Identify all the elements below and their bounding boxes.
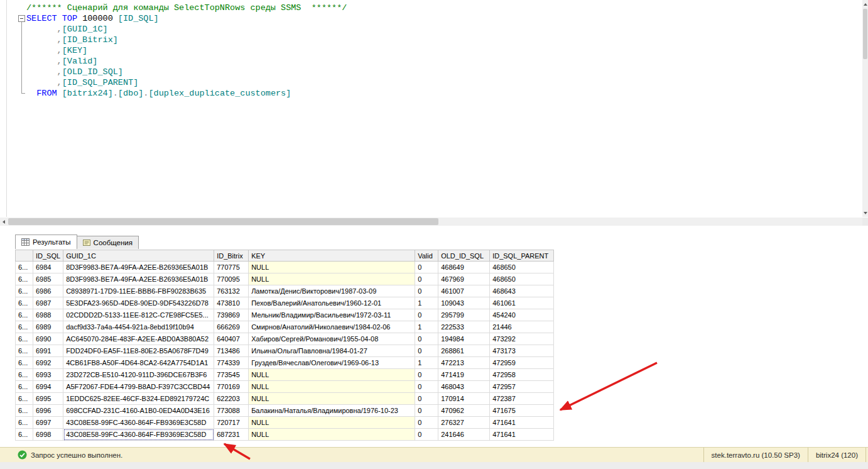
- grid-cell[interactable]: 468643: [490, 285, 554, 297]
- grid-cell[interactable]: Мельник/Владимир/Васильевич/1972-03-11: [249, 309, 415, 321]
- grid-cell[interactable]: 170914: [438, 393, 490, 405]
- grid-cell[interactable]: 276327: [438, 417, 490, 429]
- grid-cell[interactable]: 0: [415, 273, 438, 285]
- tab-results[interactable]: Результаты: [15, 234, 77, 249]
- grid-cell[interactable]: 6988: [33, 309, 63, 321]
- grid-cell[interactable]: 1: [415, 357, 438, 369]
- horizontal-scroll-thumb[interactable]: [8, 218, 438, 225]
- grid-cell[interactable]: NULL: [249, 381, 415, 393]
- grid-cell[interactable]: 23D272CB-E510-4120-911D-396DCE67B3F6: [63, 369, 214, 381]
- column-header-guid_1c[interactable]: GUID_1C: [63, 250, 214, 262]
- grid-cell[interactable]: FDD24DF0-EA5F-11E8-80E2-B5A0678F7D49: [63, 345, 214, 357]
- grid-cell[interactable]: 6996: [33, 405, 63, 417]
- grid-cell[interactable]: 6997: [33, 417, 63, 429]
- grid-cell[interactable]: 8D3F9983-BE7A-49FA-A2EE-B26936E5A01B: [63, 262, 214, 273]
- grid-cell[interactable]: 770095: [214, 273, 249, 285]
- column-header-id_bitrix[interactable]: ID_Bitrix: [214, 250, 249, 262]
- grid-cell[interactable]: 472957: [490, 381, 554, 393]
- row-header-cell[interactable]: 6...: [16, 321, 33, 333]
- grid-cell[interactable]: 461007: [438, 285, 490, 297]
- grid-cell[interactable]: 468650: [490, 262, 554, 273]
- column-header-valid[interactable]: Valid: [415, 250, 438, 262]
- grid-cell[interactable]: Смирнов/Анатолий/Николаевич/1984-02-06: [249, 321, 415, 333]
- grid-cell[interactable]: 0: [415, 262, 438, 273]
- grid-cell[interactable]: dacf9d33-7a4a-4454-921a-8ebd19f10b94: [63, 321, 214, 333]
- grid-cell[interactable]: 295799: [438, 309, 490, 321]
- grid-cell[interactable]: 770169: [214, 381, 249, 393]
- grid-cell[interactable]: 6994: [33, 381, 63, 393]
- grid-cell[interactable]: 0: [415, 345, 438, 357]
- editor-vertical-scrollbar[interactable]: [862, 0, 868, 217]
- grid-cell[interactable]: 470962: [438, 405, 490, 417]
- grid-cell[interactable]: 640407: [214, 333, 249, 345]
- grid-cell[interactable]: Груздев/Вячеслав/Олегович/1969-06-13: [249, 357, 415, 369]
- grid-cell[interactable]: 0: [415, 405, 438, 417]
- grid-cell[interactable]: 0: [415, 417, 438, 429]
- grid-cell[interactable]: 109043: [438, 297, 490, 309]
- grid-cell[interactable]: Хабиров/Сергей/Романович/1955-04-08: [249, 333, 415, 345]
- row-header-cell[interactable]: 6...: [16, 309, 33, 321]
- grid-cell[interactable]: 222533: [438, 321, 490, 333]
- grid-cell[interactable]: 467969: [438, 273, 490, 285]
- grid-cell[interactable]: 0: [415, 309, 438, 321]
- grid-cell[interactable]: 6991: [33, 345, 63, 357]
- row-header-cell[interactable]: 6...: [16, 381, 33, 393]
- grid-cell[interactable]: 6986: [33, 285, 63, 297]
- grid-cell[interactable]: 473810: [214, 297, 249, 309]
- column-header-old_id_sql[interactable]: OLD_ID_SQL: [438, 250, 490, 262]
- grid-cell[interactable]: 0: [415, 429, 438, 441]
- grid-cell[interactable]: 461061: [490, 297, 554, 309]
- grid-cell[interactable]: 6992: [33, 357, 63, 369]
- grid-cell[interactable]: 698CCFAD-231C-4160-A1B0-0ED4A0D43E16: [63, 405, 214, 417]
- editor-horizontal-scrollbar[interactable]: [0, 218, 862, 226]
- grid-cell[interactable]: NULL: [249, 273, 415, 285]
- column-header-id_sql[interactable]: ID_SQL: [33, 250, 63, 262]
- scroll-down-button[interactable]: [862, 209, 868, 217]
- row-header-cell[interactable]: 6...: [16, 273, 33, 285]
- grid-cell[interactable]: 0: [415, 369, 438, 381]
- grid-cell[interactable]: 21446: [490, 321, 554, 333]
- grid-cell[interactable]: Балакина/Наталья/Владимировна/1976-10-23: [249, 405, 415, 417]
- grid-cell[interactable]: 6993: [33, 369, 63, 381]
- row-header-cell[interactable]: 6...: [16, 262, 33, 273]
- grid-cell[interactable]: 1: [415, 297, 438, 309]
- grid-cell[interactable]: 43C08E58-99FC-4360-864F-FB9369E3C58D: [63, 417, 214, 429]
- grid-cell[interactable]: 468649: [438, 262, 490, 273]
- grid-cell[interactable]: Ильина/Ольга/Павловна/1984-01-27: [249, 345, 415, 357]
- grid-cell[interactable]: 713486: [214, 345, 249, 357]
- grid-cell[interactable]: 8D3F9983-BE7A-49FA-A2EE-B26936E5A01B: [63, 273, 214, 285]
- grid-cell[interactable]: 6987: [33, 297, 63, 309]
- grid-cell[interactable]: NULL: [249, 429, 415, 441]
- grid-cell[interactable]: 194984: [438, 333, 490, 345]
- scroll-left-button[interactable]: [0, 218, 8, 226]
- grid-cell[interactable]: 471641: [490, 417, 554, 429]
- grid-cell[interactable]: NULL: [249, 262, 415, 273]
- code-collapse-toggle[interactable]: [18, 15, 25, 22]
- grid-cell[interactable]: 1: [415, 321, 438, 333]
- grid-cell[interactable]: Пехов/Валерий/Анатольевич/1960-12-01: [249, 297, 415, 309]
- grid-cell[interactable]: C8938971-17D9-11EE-BBB6-FBF90283B635: [63, 285, 214, 297]
- grid-cell[interactable]: 720717: [214, 417, 249, 429]
- grid-cell[interactable]: 773545: [214, 369, 249, 381]
- grid-cell[interactable]: 622203: [214, 393, 249, 405]
- row-header-cell[interactable]: 6...: [16, 369, 33, 381]
- grid-cell[interactable]: 471419: [438, 369, 490, 381]
- row-header-cell[interactable]: 6...: [16, 345, 33, 357]
- grid-cell[interactable]: 43C08E58-99FC-4360-864F-FB9369E3C58D: [63, 429, 214, 441]
- grid-cell[interactable]: 02CDDD2D-5133-11EE-812C-C7E98FC5E5...: [63, 309, 214, 321]
- grid-cell[interactable]: 6990: [33, 333, 63, 345]
- grid-cell[interactable]: 1EDDC625-82EE-46CF-B324-ED892179724C: [63, 393, 214, 405]
- grid-cell[interactable]: NULL: [249, 369, 415, 381]
- row-header-cell[interactable]: 6...: [16, 417, 33, 429]
- grid-cell[interactable]: 472213: [438, 357, 490, 369]
- grid-cell[interactable]: 6984: [33, 262, 63, 273]
- tab-messages[interactable]: Сообщения: [77, 236, 139, 249]
- grid-cell[interactable]: 687231: [214, 429, 249, 441]
- grid-cell[interactable]: 471641: [490, 429, 554, 441]
- grid-cell[interactable]: 6985: [33, 273, 63, 285]
- grid-cell[interactable]: 454240: [490, 309, 554, 321]
- grid-cell[interactable]: 4CB61FB8-A50F-4D64-8CA2-642A7754D1A1: [63, 357, 214, 369]
- grid-cell[interactable]: 0: [415, 393, 438, 405]
- row-header-cell[interactable]: 6...: [16, 285, 33, 297]
- grid-cell[interactable]: NULL: [249, 417, 415, 429]
